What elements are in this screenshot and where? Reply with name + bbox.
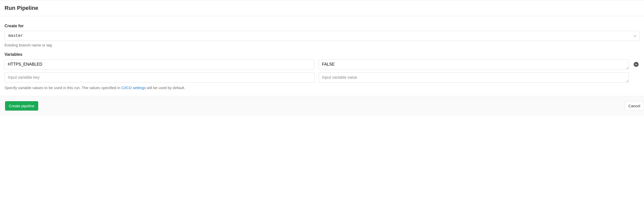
variable-key-input[interactable] xyxy=(5,72,315,83)
cicd-settings-link[interactable]: CI/CD settings xyxy=(121,86,146,90)
hint-text-pre: Specify variable values to be used in th… xyxy=(5,86,121,90)
branch-label: Create for xyxy=(5,24,639,28)
remove-variable-button[interactable] xyxy=(634,62,639,67)
variables-label: Variables xyxy=(5,52,639,57)
variable-key-input[interactable] xyxy=(5,59,315,69)
create-pipeline-button[interactable]: Create pipeline xyxy=(5,101,38,111)
svg-rect-0 xyxy=(635,64,637,65)
branch-hint: Existing branch name or tag xyxy=(5,43,639,47)
variable-value-input[interactable] xyxy=(319,59,629,69)
variable-value-input[interactable] xyxy=(319,72,629,83)
page-title: Run Pipeline xyxy=(5,5,639,11)
minus-icon xyxy=(635,63,638,66)
cancel-button[interactable]: Cancel xyxy=(625,101,644,111)
hint-text-post: will be used by default. xyxy=(146,86,185,90)
variable-row xyxy=(5,59,639,69)
branch-select[interactable] xyxy=(5,31,639,41)
variables-hint: Specify variable values to be used in th… xyxy=(5,86,639,90)
variable-row xyxy=(5,72,639,83)
